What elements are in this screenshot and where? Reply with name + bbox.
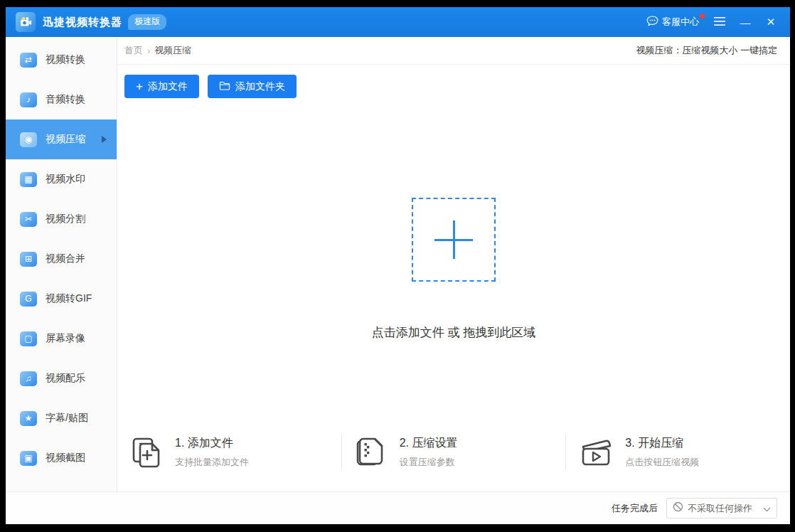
sidebar: ⇄ 视频转换 ♪ 音频转换 ◉ 视频压缩 ▦ 视频水印 ✂ (6, 37, 117, 491)
plus-icon (453, 220, 455, 259)
close-button[interactable]: ✕ (760, 13, 781, 31)
chevron-right-icon (102, 136, 107, 143)
add-folder-label: 添加文件夹 (235, 80, 285, 93)
dropdown-selected-option: 不采取任何操作 (688, 502, 759, 515)
minimize-icon: — (740, 16, 751, 28)
screen: 迅捷视频转换器 极速版 客服中心 (0, 0, 795, 532)
sidebar-item-audio-convert[interactable]: ♪ 音频转换 (6, 80, 117, 119)
app-window: 迅捷视频转换器 极速版 客服中心 (6, 7, 790, 524)
feature-tagline: 视频压缩：压缩视频大小 一键搞定 (636, 44, 777, 57)
edition-badge: 极速版 (128, 14, 166, 30)
sidebar-item-label: 音频转换 (46, 93, 85, 106)
sidebar-item-video-watermark[interactable]: ▦ 视频水印 (6, 159, 117, 199)
sidebar-item-subtitle-sticker[interactable]: ★ 字幕/贴图 (6, 398, 117, 438)
chat-bubble-icon (646, 16, 658, 28)
support-center-label: 客服中心 (662, 16, 699, 28)
video-to-gif-icon: G (20, 292, 37, 307)
sidebar-item-video-split[interactable]: ✂ 视频分割 (6, 199, 117, 239)
steps-row: 1. 添加文件 支持批量添加文件 (117, 435, 790, 470)
step-compress-settings: 2. 压缩设置 设置压缩参数 (341, 435, 566, 470)
add-files-icon (129, 435, 164, 470)
video-merge-icon: ⊞ (20, 252, 37, 267)
video-convert-icon: ⇄ (20, 53, 37, 68)
sidebar-item-video-snapshot[interactable]: ▣ 视频截图 (6, 438, 117, 478)
sidebar-item-video-compress[interactable]: ◉ 视频压缩 (6, 119, 117, 159)
dropzone-hint-text: 点击添加文件 或 拖拽到此区域 (117, 324, 790, 341)
app-title: 迅捷视频转换器 (43, 16, 122, 29)
step-subtitle: 设置压缩参数 (400, 456, 458, 469)
no-action-icon (673, 501, 683, 515)
screen-record-icon: ▢ (20, 331, 37, 346)
sidebar-item-label: 视频转GIF (46, 292, 92, 305)
step-subtitle: 点击按钮压缩视频 (625, 456, 699, 469)
sidebar-item-label: 字幕/贴图 (46, 412, 88, 425)
toolbar: + 添加文件 添加文件夹 (117, 65, 790, 98)
sidebar-item-label: 视频压缩 (46, 133, 85, 146)
after-task-dropdown[interactable]: 不采取任何操作 (666, 498, 777, 518)
hamburger-menu-icon (714, 16, 725, 28)
video-music-icon: ♫ (20, 371, 37, 386)
step-start-compress: 3. 开始压缩 点击按钮压缩视频 (565, 435, 790, 470)
sidebar-item-label: 屏幕录像 (46, 332, 85, 345)
step-title: 3. 开始压缩 (625, 436, 699, 451)
sidebar-item-label: 视频水印 (46, 173, 85, 186)
sidebar-item-video-to-gif[interactable]: G 视频转GIF (6, 279, 117, 319)
start-compress-icon (577, 435, 614, 470)
app-logo-icon (16, 12, 36, 32)
sidebar-item-label: 视频截图 (46, 452, 85, 464)
video-split-icon: ✂ (20, 212, 37, 227)
step-add-files: 1. 添加文件 支持批量添加文件 (117, 435, 341, 470)
breadcrumb-current: 视频压缩 (154, 44, 191, 57)
step-title: 2. 压缩设置 (400, 436, 458, 451)
minimize-button[interactable]: — (735, 13, 756, 31)
sidebar-item-label: 视频合并 (46, 252, 85, 265)
video-snapshot-icon: ▣ (20, 451, 37, 466)
title-bar: 迅捷视频转换器 极速版 客服中心 (6, 7, 790, 37)
sidebar-item-label: 视频分割 (46, 213, 85, 225)
menu-button[interactable] (709, 13, 730, 31)
main-content: 首页 › 视频压缩 视频压缩：压缩视频大小 一键搞定 + 添加文件 (117, 37, 790, 491)
dropzone-add-area[interactable] (412, 198, 496, 282)
notification-dot (700, 14, 705, 18)
folder-icon (219, 81, 230, 92)
status-bar: 任务完成后 不采取任何操作 (6, 491, 790, 524)
sidebar-item-screen-record[interactable]: ▢ 屏幕录像 (6, 319, 117, 358)
step-title: 1. 添加文件 (175, 436, 249, 451)
subtitle-sticker-icon: ★ (20, 411, 37, 426)
breadcrumb: 首页 › 视频压缩 视频压缩：压缩视频大小 一键搞定 (117, 37, 790, 65)
compress-settings-icon (353, 435, 389, 470)
after-task-label: 任务完成后 (612, 502, 658, 515)
breadcrumb-home-link[interactable]: 首页 (124, 44, 143, 57)
audio-convert-icon: ♪ (20, 92, 37, 107)
sidebar-item-video-merge[interactable]: ⊞ 视频合并 (6, 239, 117, 279)
video-watermark-icon: ▦ (20, 172, 37, 187)
add-file-button[interactable]: + 添加文件 (124, 75, 199, 98)
support-center-button[interactable]: 客服中心 (646, 16, 705, 28)
breadcrumb-separator: › (147, 46, 150, 56)
sidebar-item-video-convert[interactable]: ⇄ 视频转换 (6, 40, 117, 80)
add-folder-button[interactable]: 添加文件夹 (208, 75, 297, 98)
sidebar-item-video-music[interactable]: ♫ 视频配乐 (6, 358, 117, 398)
video-compress-icon: ◉ (20, 132, 37, 147)
plus-icon: + (136, 80, 143, 92)
chevron-down-icon (763, 502, 771, 515)
step-subtitle: 支持批量添加文件 (175, 456, 249, 469)
add-file-label: 添加文件 (148, 80, 188, 93)
close-icon: ✕ (767, 16, 776, 28)
sidebar-item-label: 视频转换 (46, 53, 85, 66)
sidebar-item-label: 视频配乐 (46, 372, 85, 385)
